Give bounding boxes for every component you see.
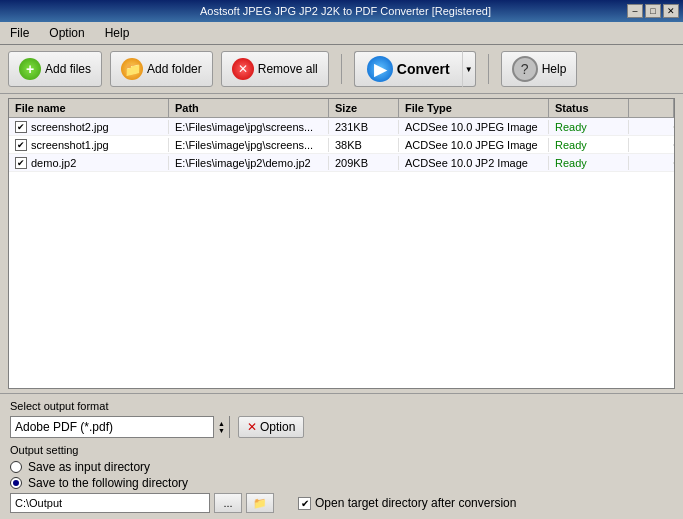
help-label: Help <box>542 62 567 76</box>
add-files-button[interactable]: + Add files <box>8 51 102 87</box>
maximize-button[interactable]: □ <box>645 4 661 18</box>
convert-icon: ▶ <box>367 56 393 82</box>
minimize-button[interactable]: – <box>627 4 643 18</box>
remove-all-label: Remove all <box>258 62 318 76</box>
file-cell-status: Ready <box>549 120 629 134</box>
file-cell-type: ACDSee 10.0 JPEG Image <box>399 120 549 134</box>
toolbar-separator-2 <box>488 54 489 84</box>
menu-help[interactable]: Help <box>99 24 136 42</box>
format-spin: ▲ ▼ <box>213 416 229 438</box>
folder-icon: 📁 <box>253 497 267 510</box>
table-row: ✔ screenshot2.jpg E:\Files\image\jpg\scr… <box>9 118 674 136</box>
browse-folder-button[interactable]: 📁 <box>246 493 274 513</box>
output-setting-label: Output setting <box>10 444 673 456</box>
col-header-path[interactable]: Path <box>169 99 329 117</box>
toolbar-separator <box>341 54 342 84</box>
output-setting-section: Output setting Save as input directory S… <box>10 444 673 513</box>
menu-file[interactable]: File <box>4 24 35 42</box>
file-checkbox-1[interactable]: ✔ <box>15 139 27 151</box>
format-select-container: Adobe PDF (*.pdf) ▲ ▼ <box>10 416 230 438</box>
radio-inner <box>13 480 19 486</box>
file-cell-extra <box>629 162 674 164</box>
convert-dropdown-arrow[interactable]: ▼ <box>462 51 476 87</box>
open-dir-checkbox[interactable]: ✔ <box>298 497 311 510</box>
wrench-icon: ✕ <box>247 420 257 434</box>
convert-button-group: ▶ Convert ▼ <box>354 51 476 87</box>
file-cell-size: 231KB <box>329 120 399 134</box>
file-cell-path: E:\Files\image\jpg\screens... <box>169 120 329 134</box>
browse-dots-button[interactable]: ... <box>214 493 242 513</box>
radio-input-dir[interactable] <box>10 461 22 473</box>
convert-button[interactable]: ▶ Convert <box>354 51 462 87</box>
close-button[interactable]: ✕ <box>663 4 679 18</box>
col-header-extra <box>629 99 674 117</box>
main-content: File name Path Size File Type Status ✔ s… <box>0 94 683 519</box>
spin-up-icon[interactable]: ▲ <box>218 420 225 427</box>
help-icon: ? <box>512 56 538 82</box>
add-files-label: Add files <box>45 62 91 76</box>
help-button[interactable]: ? Help <box>501 51 578 87</box>
file-cell-status: Ready <box>549 156 629 170</box>
col-header-name[interactable]: File name <box>9 99 169 117</box>
output-format-label: Select output format <box>10 400 673 412</box>
bottom-panel: Select output format Adobe PDF (*.pdf) ▲… <box>0 393 683 519</box>
radio-input-dir-label: Save as input directory <box>28 460 150 474</box>
file-cell-name: ✔ screenshot1.jpg <box>9 138 169 152</box>
window-title: Aostsoft JPEG JPG JP2 J2K to PDF Convert… <box>64 5 627 17</box>
radio-save-following: Save to the following directory <box>10 476 673 490</box>
toolbar: + Add files 📁 Add folder ✕ Remove all ▶ … <box>0 45 683 94</box>
open-dir-label: Open target directory after conversion <box>315 496 516 510</box>
chevron-down-icon: ▼ <box>465 65 473 74</box>
table-row: ✔ demo.jp2 E:\Files\image\jp2\demo.jp2 2… <box>9 154 674 172</box>
format-row: Adobe PDF (*.pdf) ▲ ▼ ✕ Option <box>10 416 673 438</box>
file-list-wrapper: File name Path Size File Type Status ✔ s… <box>8 98 675 389</box>
file-cell-name: ✔ screenshot2.jpg <box>9 120 169 134</box>
col-header-status[interactable]: Status <box>549 99 629 117</box>
add-folder-icon: 📁 <box>121 58 143 80</box>
menu-bar: File Option Help <box>0 22 683 45</box>
option-btn-label: Option <box>260 420 295 434</box>
file-cell-path: E:\Files\image\jp2\demo.jp2 <box>169 156 329 170</box>
file-checkbox-0[interactable]: ✔ <box>15 121 27 133</box>
file-cell-status: Ready <box>549 138 629 152</box>
col-header-type[interactable]: File Type <box>399 99 549 117</box>
file-cell-name: ✔ demo.jp2 <box>9 156 169 170</box>
file-cell-extra <box>629 144 674 146</box>
add-files-icon: + <box>19 58 41 80</box>
convert-label: Convert <box>397 61 450 77</box>
file-checkbox-2[interactable]: ✔ <box>15 157 27 169</box>
file-cell-extra <box>629 126 674 128</box>
option-button[interactable]: ✕ Option <box>238 416 304 438</box>
add-folder-label: Add folder <box>147 62 202 76</box>
col-header-size[interactable]: Size <box>329 99 399 117</box>
spin-down-icon[interactable]: ▼ <box>218 427 225 434</box>
file-cell-path: E:\Files\image\jpg\screens... <box>169 138 329 152</box>
open-dir-check: ✔ Open target directory after conversion <box>298 496 516 510</box>
table-row: ✔ screenshot1.jpg E:\Files\image\jpg\scr… <box>9 136 674 154</box>
file-cell-size: 38KB <box>329 138 399 152</box>
title-bar: Aostsoft JPEG JPG JP2 J2K to PDF Convert… <box>0 0 683 22</box>
format-select-value[interactable]: Adobe PDF (*.pdf) <box>11 418 213 436</box>
title-bar-buttons: – □ ✕ <box>627 4 679 18</box>
file-list-header: File name Path Size File Type Status <box>9 99 674 118</box>
browse-dots-label: ... <box>223 497 232 509</box>
radio-save-input: Save as input directory <box>10 460 673 474</box>
radio-following-dir[interactable] <box>10 477 22 489</box>
remove-icon: ✕ <box>232 58 254 80</box>
directory-input[interactable] <box>10 493 210 513</box>
remove-all-button[interactable]: ✕ Remove all <box>221 51 329 87</box>
file-rows-container: ✔ screenshot2.jpg E:\Files\image\jpg\scr… <box>9 118 674 172</box>
dir-row: ... 📁 ✔ Open target directory after conv… <box>10 493 673 513</box>
file-cell-size: 209KB <box>329 156 399 170</box>
file-cell-type: ACDSee 10.0 JPEG Image <box>399 138 549 152</box>
radio-following-dir-label: Save to the following directory <box>28 476 188 490</box>
add-folder-button[interactable]: 📁 Add folder <box>110 51 213 87</box>
menu-option[interactable]: Option <box>43 24 90 42</box>
file-cell-type: ACDSee 10.0 JP2 Image <box>399 156 549 170</box>
